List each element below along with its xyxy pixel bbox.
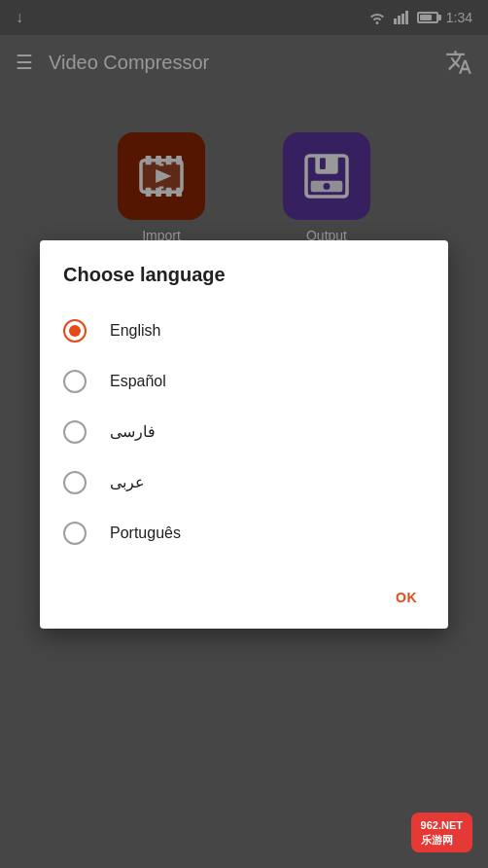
radio-english — [63, 319, 87, 343]
watermark-line2: 乐游网 — [421, 833, 463, 847]
language-label-espanol: Español — [110, 373, 166, 390]
language-option-english[interactable]: English — [63, 306, 425, 356]
watermark: 962.NET 乐游网 — [411, 813, 472, 852]
language-label-portuguese: Português — [110, 524, 181, 542]
radio-farsi — [63, 420, 87, 444]
language-label-arabic: عربی — [110, 473, 145, 491]
radio-english-fill — [69, 325, 81, 337]
dialog-actions: OK — [63, 574, 425, 613]
radio-arabic — [63, 471, 87, 494]
language-label-english: English — [110, 322, 160, 340]
language-option-arabic[interactable]: عربی — [63, 457, 425, 508]
dialog-overlay: Choose language English Español فارسی عر… — [0, 0, 488, 868]
watermark-line1: 962.NET — [421, 818, 463, 832]
language-label-farsi: فارسی — [110, 422, 156, 441]
language-option-espanol[interactable]: Español — [63, 356, 425, 407]
language-dialog: Choose language English Español فارسی عر… — [40, 240, 448, 629]
radio-espanol — [63, 370, 87, 393]
language-option-farsi[interactable]: فارسی — [63, 407, 425, 457]
radio-portuguese — [63, 522, 87, 545]
ok-button[interactable]: OK — [388, 582, 425, 613]
dialog-title: Choose language — [63, 264, 425, 286]
language-option-portuguese[interactable]: Português — [63, 508, 425, 559]
